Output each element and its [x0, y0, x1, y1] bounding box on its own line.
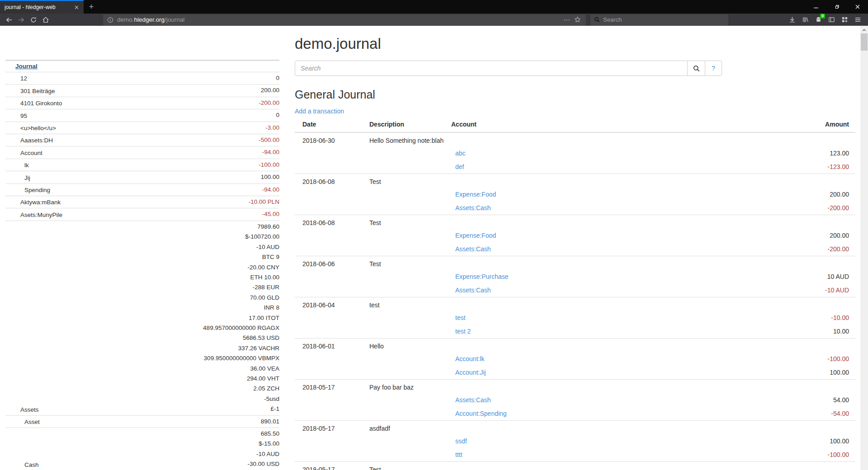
journal-search-button[interactable]	[687, 61, 705, 76]
sidebar-account-link[interactable]: 12	[5, 74, 27, 83]
transaction-date: 2018-05-17	[295, 462, 369, 470]
scrollbar-thumb[interactable]	[861, 33, 868, 51]
sidebar-account-link[interactable]: 4101 Girokonto	[5, 99, 62, 108]
balance-amount: 200.00	[261, 85, 279, 95]
balance-amount: -5usd	[203, 394, 279, 404]
minimize-button[interactable]	[806, 0, 826, 14]
back-button[interactable]	[3, 14, 15, 25]
sidebar-account-link[interactable]: Account	[5, 149, 42, 158]
sidebar-account-link[interactable]: lk	[5, 161, 29, 170]
sidebar-account-link[interactable]: Spending	[5, 186, 50, 195]
sidebar-journal-link[interactable]: Journal	[5, 62, 38, 71]
sidebar-account-link[interactable]: 95	[5, 112, 27, 121]
posting-account-link[interactable]: ssdf	[455, 437, 467, 445]
posting-account-link[interactable]: Account:Jij	[455, 369, 486, 376]
posting-amount: 10.00	[833, 328, 849, 335]
posting-amount: 100.00	[830, 437, 849, 445]
balance-amount: 489.957000000000 RGAGX	[203, 323, 279, 333]
transaction: 2018-06-08TestExpense:Food200.00Assets:C…	[295, 174, 855, 215]
posting-account-link[interactable]: Account:lk	[455, 355, 485, 362]
close-button[interactable]	[847, 0, 868, 14]
posting-account-link[interactable]: def	[455, 163, 464, 170]
journal-table-header: Date Description Account Amount	[295, 118, 855, 132]
ghostery-extension-button[interactable]: 0	[812, 14, 825, 25]
home-icon	[42, 16, 49, 24]
site-info-icon[interactable]	[107, 17, 113, 23]
posting-account-link[interactable]: tttt	[455, 451, 462, 458]
home-button[interactable]	[39, 14, 52, 25]
transaction-head-row[interactable]: 2018-05-17asdfadf	[295, 421, 855, 435]
reload-button[interactable]	[27, 14, 39, 25]
journal-search-input[interactable]	[295, 61, 688, 76]
page-scrollbar[interactable]	[860, 26, 868, 470]
posting-account-link[interactable]: Assets:Cash	[455, 396, 491, 404]
posting-amount: -10 AUD	[825, 287, 849, 294]
posting-row: abc123.00	[295, 146, 855, 160]
transaction-head-row[interactable]: 2018-06-06Test	[295, 256, 855, 270]
forward-button[interactable]	[15, 14, 27, 25]
transaction-head-row[interactable]: 2018-06-04test	[295, 297, 855, 311]
posting-row: Account:Spending-54.00	[295, 407, 855, 421]
posting-account-link[interactable]: test	[455, 314, 466, 321]
transaction: 2018-06-30Hello Something note:blahabc12…	[295, 132, 855, 174]
posting-account-link[interactable]: Assets:Cash	[455, 204, 491, 212]
posting-account-link[interactable]: Expense:Food	[455, 232, 496, 239]
balance-amount: £-1	[203, 404, 279, 414]
back-icon	[5, 16, 13, 24]
page-title: demo.journal	[295, 35, 855, 52]
balance-amount: -200.00	[259, 98, 279, 108]
posting-account-link[interactable]: Assets:Cash	[455, 245, 491, 253]
add-transaction-link[interactable]: Add a transaction	[295, 108, 344, 115]
extensions-grid-button[interactable]	[838, 14, 851, 25]
sidebar-account-link[interactable]: Cash	[5, 461, 39, 470]
transaction-head-row[interactable]: 2018-06-08Test	[295, 174, 855, 188]
transaction-date: 2018-06-04	[295, 297, 369, 311]
browser-tab[interactable]: journal - hledger-web ✕	[0, 0, 84, 14]
browser-search-bar[interactable]: Search	[590, 14, 728, 25]
posting-account-link[interactable]: Assets:Cash	[455, 287, 491, 294]
sidebar-account-link[interactable]: Asets:MunyPile	[5, 211, 62, 220]
balance-amount: 0	[276, 73, 279, 83]
balance-amount: 17.00 ITOT	[203, 313, 279, 323]
sidebar-account-link[interactable]: Jij	[5, 174, 30, 183]
posting-account-link[interactable]: abc	[455, 150, 466, 157]
url-text: demo.hledger.org/journal	[117, 16, 184, 23]
transaction-head-row[interactable]: 2018-05-17Test	[295, 462, 855, 470]
journal-table: Date Description Account Amount 2018-06-…	[295, 118, 855, 470]
restore-button[interactable]	[826, 0, 847, 14]
posting-account-link[interactable]: Expense:Food	[455, 191, 496, 198]
transaction-head-row[interactable]: 2018-05-17Pay foo bar baz	[295, 380, 855, 394]
posting-account-link[interactable]: Account:Spending	[455, 410, 507, 417]
posting-account-link[interactable]: test 2	[455, 328, 471, 335]
sidebar-account-balance: 685.50$-15.00-10 AUD-30.00 USD	[247, 429, 279, 470]
url-bar[interactable]: demo.hledger.org/journal ⋯	[103, 14, 586, 25]
menu-button[interactable]	[851, 14, 864, 25]
transaction-head-row[interactable]: 2018-06-08Test	[295, 215, 855, 229]
posting-row: ssdf100.00	[295, 434, 855, 448]
transaction-head-row[interactable]: 2018-06-01Hello	[295, 338, 855, 352]
posting-row: Expense:Food200.00	[295, 188, 855, 201]
posting-account-link[interactable]: Expense:Purchase	[455, 273, 509, 280]
library-button[interactable]	[799, 14, 812, 25]
sidebar-account-link[interactable]: Aktywa:mBank	[5, 198, 61, 207]
search-help-button[interactable]: ?	[705, 61, 722, 76]
balance-amount: -100.00	[259, 160, 279, 170]
sidebar-account-link[interactable]: Assets	[5, 405, 39, 414]
reload-icon	[30, 16, 37, 24]
sidebar-account-link[interactable]: Aaasets:DH	[5, 136, 53, 145]
new-tab-button[interactable]: +	[84, 0, 99, 14]
bookmark-star-icon[interactable]	[573, 16, 582, 23]
downloads-button[interactable]	[786, 14, 799, 25]
main-column: demo.journal ? General Journal Add a tra…	[295, 26, 855, 470]
sidebar-account-balance: 890.01	[261, 417, 279, 427]
sidebar-toggle-button[interactable]	[825, 14, 838, 25]
sidebar-account-link[interactable]: Asset	[5, 418, 40, 427]
tab-close-icon[interactable]: ✕	[73, 4, 80, 11]
scrollbar-up-icon[interactable]	[860, 27, 868, 33]
col-account: Account	[451, 118, 778, 132]
balance-amount: 0	[276, 110, 279, 120]
sidebar-account-link[interactable]: <u>hello</u>	[5, 124, 56, 133]
sidebar-account-link[interactable]: 301 Beiträge	[5, 87, 55, 96]
transaction-head-row[interactable]: 2018-06-30Hello Something note:blah	[295, 132, 855, 146]
page-actions-icon[interactable]: ⋯	[561, 16, 573, 24]
